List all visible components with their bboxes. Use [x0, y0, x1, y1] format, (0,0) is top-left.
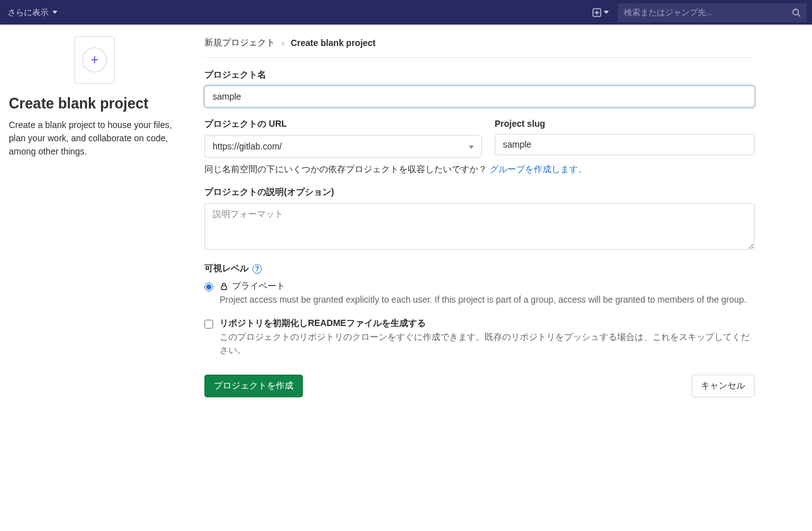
- namespace-help: 同じ名前空間の下にいくつかの依存プロジェクトを収容したいですか？ グループを作成…: [204, 164, 755, 175]
- project-icon-card: +: [74, 36, 115, 84]
- project-url-select[interactable]: https://gitlab.com/: [204, 135, 482, 158]
- project-url-label: プロジェクトの URL: [204, 119, 482, 130]
- readme-checkbox[interactable]: [204, 320, 213, 329]
- form-actions: プロジェクトを作成 キャンセル: [204, 375, 755, 397]
- readme-desc: このプロジェクトのリポジトリのクローンをすぐに作成できます。既存のリポジトリをプ…: [220, 330, 755, 357]
- url-slug-row: プロジェクトの URL https://gitlab.com/ Project …: [204, 119, 755, 158]
- breadcrumb-root[interactable]: 新規プロジェクト: [204, 37, 275, 49]
- chevron-down-icon: [469, 143, 474, 150]
- field-project-name: プロジェクト名: [204, 69, 755, 107]
- field-description: プロジェクトの説明(オプション): [204, 187, 755, 252]
- field-project-slug: Project slug: [495, 119, 755, 158]
- description-textarea[interactable]: [204, 203, 755, 250]
- breadcrumb-separator: ›: [281, 38, 285, 48]
- visibility-private-desc: Project access must be granted explicitl…: [220, 293, 755, 306]
- visibility-private-option: プライベート Project access must be granted ex…: [204, 281, 755, 306]
- chevron-down-icon: [604, 11, 609, 14]
- new-menu[interactable]: [587, 6, 614, 20]
- search-box[interactable]: [618, 3, 807, 22]
- plus-circle-icon: +: [82, 47, 107, 73]
- lock-icon: [220, 282, 228, 291]
- project-url-value: https://gitlab.com/: [213, 141, 282, 151]
- more-menu[interactable]: さらに表示: [5, 7, 57, 18]
- visibility-private-title: プライベート: [232, 281, 285, 292]
- sidebar-title: Create blank project: [9, 95, 180, 112]
- visibility-label: 可視レベル: [204, 263, 249, 274]
- page: + Create blank project Create a blank pr…: [0, 25, 812, 412]
- plus-square-icon: [592, 8, 601, 17]
- breadcrumb: 新規プロジェクト › Create blank project: [204, 25, 755, 58]
- project-name-label: プロジェクト名: [204, 69, 755, 81]
- main-content: 新規プロジェクト › Create blank project プロジェクト名 …: [189, 25, 770, 412]
- project-name-input[interactable]: [204, 86, 755, 107]
- chevron-down-icon: [52, 11, 57, 14]
- svg-rect-2: [221, 286, 227, 289]
- search-icon: [792, 8, 801, 17]
- search-input[interactable]: [624, 8, 792, 17]
- readme-option: リポジトリを初期化しREADMEファイルを生成する このプロジェクトのリポジトリ…: [204, 318, 755, 357]
- field-readme: リポジトリを初期化しREADMEファイルを生成する このプロジェクトのリポジトリ…: [204, 318, 755, 357]
- visibility-private-radio[interactable]: [204, 283, 213, 291]
- project-slug-input[interactable]: [495, 134, 755, 155]
- cancel-button[interactable]: キャンセル: [691, 375, 755, 397]
- sidebar: + Create blank project Create a blank pr…: [0, 25, 189, 412]
- more-menu-label: さらに表示: [8, 7, 49, 18]
- sidebar-description: Create a blank project to house your fil…: [9, 119, 180, 158]
- help-icon[interactable]: ?: [252, 264, 262, 274]
- create-project-button[interactable]: プロジェクトを作成: [204, 375, 303, 397]
- field-project-url: プロジェクトの URL https://gitlab.com/: [204, 119, 482, 158]
- topbar-right: [587, 3, 807, 22]
- readme-title: リポジトリを初期化しREADMEファイルを生成する: [220, 318, 426, 329]
- namespace-help-text: 同じ名前空間の下にいくつかの依存プロジェクトを収容したいですか？: [204, 164, 487, 174]
- breadcrumb-current: Create blank project: [291, 38, 376, 48]
- field-visibility: 可視レベル ? プライベート Project access must be gr…: [204, 263, 755, 306]
- description-label: プロジェクトの説明(オプション): [204, 187, 755, 198]
- topbar: さらに表示: [0, 0, 812, 25]
- project-slug-label: Project slug: [495, 119, 755, 129]
- create-group-link[interactable]: グループを作成します。: [490, 164, 587, 174]
